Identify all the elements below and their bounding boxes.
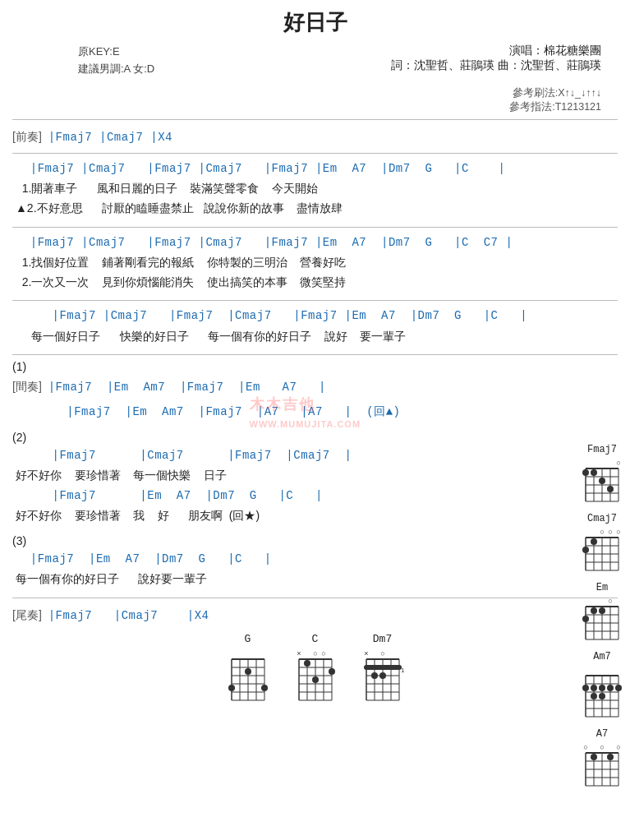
meta-left: 原KEY:E 建議男調:A 女:D: [78, 44, 154, 78]
a7-name: A7: [596, 728, 608, 740]
sec3-chords1: |Fmaj7 |Em A7 |Dm7 G |C |: [16, 549, 618, 570]
svg-point-29: [582, 547, 589, 553]
divider-3: [12, 300, 618, 301]
bottom-chord-diagrams: G C × ○ ○: [12, 633, 618, 704]
svg-text:○: ○: [583, 743, 587, 751]
c-chord-box: C × ○ ○: [294, 633, 337, 704]
dm7-chord-name: Dm7: [373, 633, 392, 645]
meta-row: 原KEY:E 建議男調:A 女:D 演唱：棉花糖樂團 詞：沈聖哲、莊鵑瑛 曲：沈…: [12, 44, 618, 78]
verse1-lyrics2: ▲2.不好意思 討厭的瞌睡盡禁止 說說你新的故事 盡情放肆: [16, 199, 618, 219]
lyric-label: 詞：沈聖哲、莊鵑瑛 曲：沈聖哲、莊鵑瑛: [391, 58, 601, 73]
outro-chords: |Fmaj7 |Cmaj7 |X4: [48, 609, 209, 622]
svg-text:×: ×: [364, 649, 368, 658]
strum-ref: 參考刷法:X↑↓_↓↑↑↓ 參考指法:T1213121: [12, 86, 601, 114]
section3-block: |Fmaj7 |Em A7 |Dm7 G |C | 每一個有你的好日子 說好要一…: [12, 549, 618, 589]
svg-text:○: ○: [321, 649, 325, 658]
meta-right: 演唱：棉花糖樂團 詞：沈聖哲、莊鵑瑛 曲：沈聖哲、莊鵑瑛: [391, 44, 601, 73]
g-chord-name: G: [245, 633, 251, 645]
key-label: 原KEY:E: [78, 44, 154, 61]
section-2-label: (2): [12, 431, 618, 444]
intro-section: [前奏] |Fmaj7 |Cmaj7 |X4: [12, 125, 618, 148]
chorus-lyrics1: 每一個好日子 快樂的好日子 每一個有你的好日子 說好 要一輩子: [16, 327, 618, 347]
interlude1-block: [間奏] |Fmaj7 |Em Am7 |Fmaj7 |Em A7 | |Fma…: [12, 375, 618, 422]
svg-point-13: [599, 478, 605, 484]
fmaj7-svg: ○: [581, 457, 623, 505]
verse1-lyrics1: 1.開著車子 風和日麗的日子 裝滿笑聲零食 今天開始: [16, 179, 618, 199]
c-chord-svg: × ○ ○: [294, 648, 337, 704]
sec2-chords2: |Fmaj7 |Em A7 |Dm7 G |C |: [16, 486, 618, 506]
interlude1-chords1: |Fmaj7 |Em Am7 |Fmaj7 |Em A7 |: [48, 381, 326, 394]
sec3-lyrics1: 每一個有你的好日子 說好要一輩子: [16, 570, 618, 589]
svg-point-28: [591, 538, 597, 545]
chorus-chords1: |Fmaj7 |Cmaj7 |Fmaj7 |Cmaj7 |Fmaj7 |Em A…: [16, 306, 618, 326]
svg-text:○: ○: [616, 459, 620, 467]
a7-svg: ○ ○ ○: [581, 741, 623, 789]
divider-top: [12, 119, 618, 120]
divider-5: [12, 598, 618, 598]
fmaj7-diagram: Fmaj7 ○: [581, 444, 623, 505]
verse2-block: |Fmaj7 |Cmaj7 |Fmaj7 |Cmaj7 |Fmaj7 |Em A…: [12, 233, 618, 293]
g-chord-svg: [227, 648, 269, 704]
intro-label: [前奏]: [12, 130, 45, 143]
verse1-block: |Fmaj7 |Cmaj7 |Fmaj7 |Cmaj7 |Fmaj7 |Em A…: [12, 159, 618, 219]
svg-text:○: ○: [608, 597, 612, 605]
svg-point-43: [582, 616, 589, 622]
svg-point-122: [371, 672, 378, 679]
svg-text:○: ○: [608, 528, 612, 536]
interlude1-label: [間奏]: [12, 380, 45, 393]
section2-block: |Fmaj7 |Cmaj7 |Fmaj7 |Cmaj7 | 好不好你 要珍惜著 …: [12, 445, 618, 526]
sec2-lyrics1: 好不好你 要珍惜著 每一個快樂 日子: [16, 466, 618, 486]
verse2-lyrics2: 2.一次又一次 見到你煩惱能消失 使出搞笑的本事 微笑堅持: [16, 273, 618, 293]
section-3-label: (3): [12, 534, 618, 547]
cmaj7-diagram: Cmaj7 ○ ○ ○: [581, 513, 623, 574]
suggest-label: 建議男調:A 女:D: [78, 61, 154, 78]
divider-4: [12, 354, 618, 355]
svg-point-107: [312, 676, 319, 683]
intro-chords: |Fmaj7 |Cmaj7 |X4: [48, 131, 172, 144]
a7-diagram: A7 ○ ○ ○: [581, 728, 623, 789]
divider-2: [12, 227, 618, 228]
svg-point-123: [379, 672, 386, 679]
interlude1-intro: [間奏] |Fmaj7 |Em Am7 |Fmaj7 |Em A7 |: [12, 375, 618, 398]
svg-point-12: [591, 469, 597, 476]
svg-text:○: ○: [600, 743, 604, 751]
em-name: Em: [596, 582, 608, 593]
svg-text:○: ○: [616, 743, 620, 751]
fmaj7-name: Fmaj7: [587, 444, 617, 455]
cmaj7-svg: ○ ○ ○: [581, 526, 623, 574]
right-chord-diagrams: Fmaj7 ○ Cmaj7 ○ ○: [581, 444, 623, 789]
strum-line1: 參考刷法:X↑↓_↓↑↑↓: [12, 86, 601, 100]
chorus-block: |Fmaj7 |Cmaj7 |Fmaj7 |Cmaj7 |Fmaj7 |Em A…: [12, 306, 618, 346]
sec2-lyrics2: 好不好你 要珍惜著 我 好 朋友啊 (回★): [16, 506, 618, 526]
outro-section: [尾奏] |Fmaj7 |Cmaj7 |X4: [12, 603, 618, 626]
svg-text:○: ○: [616, 528, 620, 536]
svg-point-90: [261, 685, 268, 691]
divider-1: [12, 153, 618, 154]
dm7-chord-box: Dm7 × ○ 1: [361, 633, 404, 704]
performer-label: 演唱：棉花糖樂團: [391, 44, 601, 58]
svg-point-75: [591, 754, 597, 760]
svg-point-105: [304, 660, 310, 667]
svg-rect-121: [364, 665, 402, 670]
c-chord-name: C: [312, 633, 319, 645]
interlude1-chords2: |Fmaj7 |Em Am7 |Fmaj7 |A7 |A7 | (回▲): [16, 402, 618, 422]
svg-text:○: ○: [313, 649, 317, 658]
dm7-chord-svg: × ○ 1: [361, 648, 404, 704]
svg-text:1: 1: [401, 667, 404, 674]
svg-text:×: ×: [297, 649, 301, 658]
g-chord-box: G: [227, 633, 269, 704]
strum-line2: 參考指法:T1213121: [12, 100, 601, 114]
svg-point-11: [582, 469, 589, 476]
outro-label: [尾奏]: [12, 608, 45, 621]
song-title: 好日子: [12, 8, 618, 37]
svg-text:○: ○: [380, 649, 384, 658]
section-1-label: (1): [12, 360, 618, 373]
verse2-chords1: |Fmaj7 |Cmaj7 |Fmaj7 |Cmaj7 |Fmaj7 |Em A…: [16, 233, 618, 253]
verse2-lyrics1: 1.找個好位置 鋪著剛看完的報紙 你特製的三明治 營養好吃: [16, 253, 618, 273]
svg-point-41: [591, 607, 597, 614]
svg-point-76: [607, 754, 614, 760]
svg-point-89: [245, 668, 251, 675]
svg-point-106: [329, 668, 335, 675]
sec2-chords1: |Fmaj7 |Cmaj7 |Fmaj7 |Cmaj7 |: [16, 445, 618, 466]
svg-point-42: [599, 607, 605, 614]
